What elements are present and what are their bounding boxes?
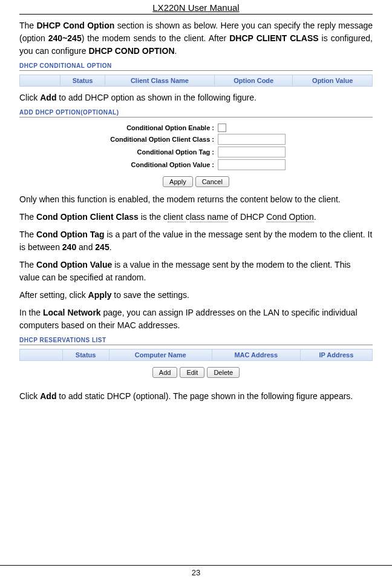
manual-title: LX220N User Manual	[152, 2, 239, 13]
paragraph-click-add-option: Click Add to add DHCP option as shown in…	[19, 91, 373, 104]
delete-button[interactable]: Delete	[207, 367, 240, 378]
checkbox-cond-enable[interactable]	[218, 124, 226, 132]
apply-button[interactable]: Apply	[163, 176, 193, 187]
col-option-code: Option Code	[215, 75, 293, 87]
paragraph-cond-tag: The Cond Option Tag is a part of the val…	[19, 228, 373, 254]
label-cond-client-class: Conditional Option Client Class :	[69, 136, 218, 143]
paragraph-enable-note: Only when this function is enabled, the …	[19, 193, 373, 206]
page-header: LX220N User Manual	[19, 0, 373, 15]
label-cond-tag: Conditional Option Tag :	[69, 148, 218, 156]
add-button[interactable]: Add	[152, 367, 178, 378]
paragraph-intro: The DHCP Cond Option section is shown as…	[19, 19, 373, 58]
col-option-value: Option Value	[293, 75, 373, 87]
table-dhcp-conditional: Status Client Class Name Option Code Opt…	[19, 74, 373, 87]
col-ip-address: IP Address	[300, 349, 372, 361]
divider	[19, 345, 373, 345]
edit-button[interactable]: Edit	[180, 367, 204, 378]
col-blank	[20, 349, 63, 361]
table-dhcp-reservations: Status Computer Name MAC Address IP Addr…	[19, 349, 373, 361]
col-client-class: Client Class Name	[105, 75, 214, 87]
page-footer: 23	[0, 565, 392, 577]
form-add-dhcp-option: Conditional Option Enable : Conditional …	[69, 124, 323, 187]
caption-dhcp-conditional: DHCP CONDITIONAL OPTION	[19, 62, 373, 69]
input-cond-value[interactable]	[218, 159, 286, 170]
paragraph-click-add-static: Click Add to add static DHCP (optional).…	[19, 390, 373, 403]
paragraph-apply: After setting, click Apply to save the s…	[19, 289, 373, 302]
input-cond-tag[interactable]	[218, 147, 286, 157]
cancel-button[interactable]: Cancel	[195, 176, 229, 187]
col-status: Status	[60, 75, 105, 87]
page-number: 23	[192, 568, 200, 577]
input-cond-client-class[interactable]	[218, 134, 286, 145]
col-blank	[20, 75, 60, 87]
paragraph-local-network: In the Local Network page, you can assig…	[19, 306, 373, 332]
label-cond-value: Conditional Option Value :	[69, 161, 218, 168]
paragraph-client-class: The Cond Option Client Class is the clie…	[19, 211, 373, 223]
col-computer-name: Computer Name	[109, 349, 212, 361]
caption-add-dhcp-option: ADD DHCP OPTION(OPTIONAL)	[19, 109, 373, 116]
col-mac-address: MAC Address	[212, 349, 300, 361]
caption-dhcp-reservations: DHCP RESERVATIONS LIST	[19, 337, 373, 343]
col-status2: Status	[62, 349, 109, 361]
paragraph-cond-value: The Cond Option Value is a value in the …	[19, 259, 373, 284]
divider	[19, 70, 373, 71]
label-cond-enable: Conditional Option Enable :	[69, 124, 218, 131]
divider	[19, 117, 373, 117]
